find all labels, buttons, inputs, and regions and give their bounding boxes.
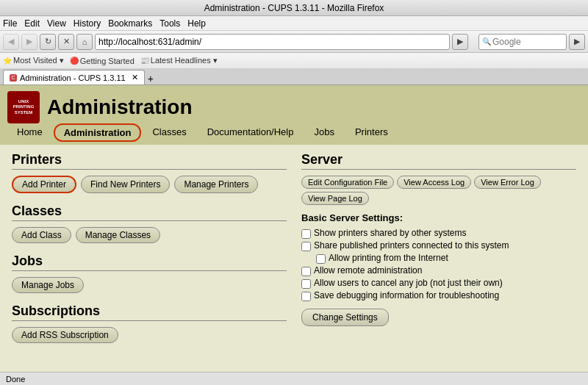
menu-tools[interactable]: Tools (159, 18, 180, 29)
search-input[interactable] (492, 37, 551, 47)
printers-section-title: Printers (12, 152, 287, 170)
search-engine-icon: 🔍 (482, 37, 491, 46)
menu-history[interactable]: History (74, 18, 101, 29)
manage-classes-button[interactable]: Manage Classes (76, 227, 160, 243)
server-btn-group: Edit Configuration File View Access Log … (301, 176, 576, 205)
cups-main-content: Printers Add Printer Find New Printers M… (0, 145, 588, 385)
logo-line1: UNIX (18, 99, 29, 104)
checkbox-share-published-label: Share published printers connected to th… (314, 240, 509, 251)
stop-button[interactable]: ✕ (58, 34, 74, 50)
menu-bookmarks[interactable]: Bookmarks (108, 18, 152, 29)
nav-link-documentation[interactable]: Documentation/Help (198, 123, 304, 140)
checkbox-allow-internet-label: Allow printing from the Internet (329, 253, 448, 263)
back-button[interactable]: ◀ (3, 34, 19, 50)
find-new-printers-button[interactable]: Find New Printers (81, 176, 170, 193)
getting-started-label: Getting Started (80, 57, 135, 65)
add-rss-subscription-button[interactable]: Add RSS Subscription (12, 327, 118, 343)
nav-item-home[interactable]: Home (7, 123, 52, 142)
checkbox-show-shared-input[interactable] (301, 229, 311, 239)
nav-link-printers[interactable]: Printers (345, 123, 398, 140)
browser-menubar: File Edit View History Bookmarks Tools H… (0, 16, 588, 31)
address-input[interactable] (98, 37, 446, 47)
server-section-title: Server (301, 152, 576, 170)
checkbox-share-published: Share published printers connected to th… (301, 240, 576, 251)
manage-jobs-button[interactable]: Manage Jobs (12, 277, 84, 293)
cups-header: UNIX PRINTING SYSTEM Administration (0, 85, 588, 123)
checkbox-show-shared-label: Show printers shared by other systems (314, 228, 466, 238)
most-visited-label: Most Visited ▾ (13, 56, 64, 65)
classes-btn-group: Add Class Manage Classes (12, 227, 287, 243)
nav-item-documentation[interactable]: Documentation/Help (198, 123, 304, 142)
browser-toolbar: ◀ ▶ ↻ ✕ ⌂ ▶ 🔍 ▶ (0, 31, 588, 53)
checkbox-allow-remote-input[interactable] (301, 267, 311, 276)
add-class-button[interactable]: Add Class (12, 227, 71, 243)
nav-item-printers[interactable]: Printers (345, 123, 398, 142)
manage-printers-button[interactable]: Manage Printers (174, 176, 258, 193)
logo-line2: PRINTING (13, 104, 35, 109)
tab-close-icon[interactable]: ✕ (132, 73, 138, 82)
classes-section-title: Classes (12, 204, 287, 221)
checkbox-cancel-any-job-input[interactable] (301, 279, 311, 289)
new-tab-button[interactable]: + (148, 73, 154, 84)
nav-link-home[interactable]: Home (7, 123, 52, 140)
nav-link-classes[interactable]: Classes (143, 123, 196, 140)
logo-line3: SYSTEM (15, 110, 33, 115)
checkbox-cancel-any-job-label: Allow users to cancel any job (not just … (314, 278, 503, 288)
nav-item-jobs[interactable]: Jobs (304, 123, 343, 142)
nav-link-administration[interactable]: Administration (54, 123, 142, 142)
menu-view[interactable]: View (47, 18, 66, 29)
checkbox-show-shared: Show printers shared by other systems (301, 228, 576, 239)
status-text: Done (6, 375, 25, 384)
jobs-section-title: Jobs (12, 253, 287, 271)
address-bar[interactable] (95, 34, 450, 50)
menu-help[interactable]: Help (187, 18, 206, 29)
change-settings-button[interactable]: Change Settings (301, 309, 389, 326)
latest-headlines-bookmark[interactable]: 📰 Latest Headlines ▾ (140, 56, 218, 65)
browser-titlebar: Administration - CUPS 1.3.11 - Mozilla F… (0, 0, 588, 16)
checkbox-allow-remote: Allow remote administration (301, 265, 576, 276)
browser-title: Administration - CUPS 1.3.11 - Mozilla F… (204, 3, 384, 13)
cups-logo: UNIX PRINTING SYSTEM (7, 91, 40, 123)
checkbox-cancel-any-job: Allow users to cancel any job (not just … (301, 278, 576, 289)
home-button[interactable]: ⌂ (76, 34, 93, 50)
cups-nav: Home Administration Classes Documentatio… (0, 123, 588, 145)
view-error-log-button[interactable]: View Error Log (474, 176, 541, 189)
menu-file[interactable]: File (3, 18, 17, 29)
reload-button[interactable]: ↻ (40, 34, 56, 50)
active-tab[interactable]: C Administration - CUPS 1.3.11 ✕ (3, 70, 145, 84)
nav-item-administration[interactable]: Administration (54, 123, 142, 142)
subscriptions-section-title: Subscriptions (12, 303, 287, 321)
checkbox-allow-internet: Allow printing from the Internet (316, 253, 576, 264)
forward-button[interactable]: ▶ (21, 34, 37, 50)
getting-started-bookmark[interactable]: 🔴 Getting Started (70, 57, 135, 65)
bookmark-icon: 🔴 (70, 57, 79, 65)
go-button[interactable]: ▶ (452, 34, 468, 50)
basic-settings-title: Basic Server Settings: (301, 212, 576, 223)
nav-item-classes[interactable]: Classes (143, 123, 196, 142)
right-column: Server Edit Configuration File View Acce… (301, 152, 576, 385)
left-column: Printers Add Printer Find New Printers M… (12, 152, 287, 385)
view-page-log-button[interactable]: View Page Log (301, 192, 369, 205)
jobs-btn-group: Manage Jobs (12, 277, 287, 293)
edit-configuration-button[interactable]: Edit Configuration File (301, 176, 394, 189)
nav-link-jobs[interactable]: Jobs (304, 123, 343, 140)
status-bar: Done (0, 372, 588, 385)
latest-headlines-label: Latest Headlines ▾ (151, 56, 218, 65)
checkbox-allow-internet-input[interactable] (316, 254, 326, 264)
bookmarks-bar: ⭐ Most Visited ▾ 🔴 Getting Started 📰 Lat… (0, 53, 588, 69)
menu-edit[interactable]: Edit (24, 18, 40, 29)
search-button[interactable]: ▶ (569, 34, 585, 50)
checkbox-allow-remote-label: Allow remote administration (314, 265, 422, 276)
checkbox-save-debugging-input[interactable] (301, 292, 311, 301)
printers-btn-group: Add Printer Find New Printers Manage Pri… (12, 176, 287, 193)
bookmark-icon: ⭐ (3, 57, 12, 65)
most-visited-bookmark[interactable]: ⭐ Most Visited ▾ (3, 56, 64, 65)
view-access-log-button[interactable]: View Access Log (397, 176, 471, 189)
checkbox-save-debugging: Save debugging information for troublesh… (301, 290, 576, 301)
checkbox-save-debugging-label: Save debugging information for troublesh… (314, 290, 499, 301)
bookmark-icon: 📰 (140, 57, 149, 65)
tab-bar: C Administration - CUPS 1.3.11 ✕ + (0, 69, 588, 85)
add-printer-button[interactable]: Add Printer (12, 176, 76, 193)
checkbox-share-published-input[interactable] (301, 242, 311, 251)
search-bar[interactable]: 🔍 (478, 34, 567, 50)
